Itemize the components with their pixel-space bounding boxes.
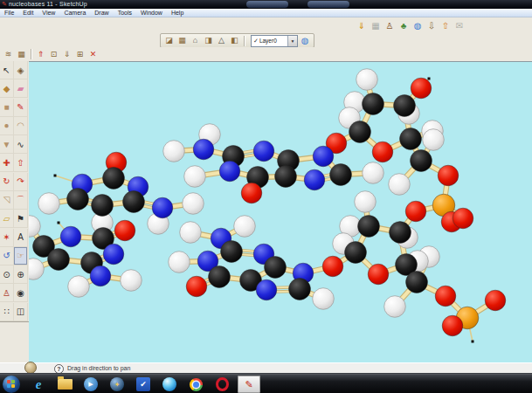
globe-app-icon[interactable]: ✦ — [110, 377, 124, 391]
atom-H[interactable] — [180, 222, 202, 244]
follow-me-tool[interactable]: ↷ — [14, 173, 28, 191]
scale-tool[interactable]: ◹ — [0, 191, 14, 210]
atom-N[interactable] — [313, 146, 334, 167]
atom-C[interactable] — [406, 272, 428, 293]
atom-H[interactable] — [169, 252, 190, 273]
atom-O[interactable] — [411, 78, 432, 99]
atom-O[interactable] — [186, 276, 207, 297]
atom-O[interactable] — [405, 201, 426, 222]
atom-C[interactable] — [67, 189, 89, 210]
view-top-icon[interactable]: ▦ — [176, 34, 189, 47]
position-camera-tool[interactable]: ♙ — [0, 284, 14, 302]
atom-C[interactable] — [48, 249, 70, 271]
get-current-view-icon[interactable]: ⇓ — [355, 19, 369, 32]
atom-O[interactable] — [485, 290, 506, 311]
atom-C[interactable] — [394, 95, 416, 117]
atom-N[interactable] — [60, 226, 81, 247]
explorer-folder-icon[interactable] — [58, 379, 73, 390]
add-detail-icon[interactable]: ⊞ — [73, 48, 86, 61]
atom-N[interactable] — [193, 139, 214, 160]
atom-O[interactable] — [114, 220, 135, 241]
atom-C[interactable] — [275, 166, 297, 188]
share-model-icon[interactable]: ⇧ — [439, 19, 453, 32]
blue-orb-app-icon[interactable] — [162, 377, 176, 391]
atom-H[interactable] — [313, 288, 335, 310]
from-contours-icon[interactable]: ≋ — [2, 48, 15, 61]
atom-C[interactable] — [358, 216, 380, 238]
atom-H[interactable] — [384, 296, 406, 318]
view-left-icon[interactable]: ◧ — [228, 34, 241, 47]
menu-view[interactable]: View — [38, 9, 59, 17]
offset-tool[interactable]: ⌒ — [14, 191, 28, 210]
atom-C[interactable] — [330, 164, 352, 186]
layer-manager-icon[interactable]: ◍ — [298, 34, 312, 47]
drape-icon[interactable]: ⇓ — [60, 48, 73, 61]
menu-edit[interactable]: Edit — [18, 9, 38, 17]
dimension-tool[interactable]: ⚑ — [14, 210, 28, 228]
atom-O[interactable] — [368, 264, 389, 285]
atom-H[interactable] — [29, 216, 40, 238]
atom-C[interactable] — [345, 242, 367, 264]
atom-H[interactable] — [355, 191, 377, 213]
share-component-icon[interactable]: ✉ — [453, 19, 466, 32]
dropdown-arrow-icon[interactable]: ▼ — [287, 36, 297, 46]
checkmark-app-icon[interactable]: ✔ — [136, 377, 150, 391]
toggle-terrain-icon[interactable]: ▦ — [369, 19, 383, 32]
atom-H[interactable] — [121, 270, 142, 292]
drawing-canvas[interactable] — [29, 61, 532, 363]
arc-tool[interactable]: ◠ — [14, 117, 28, 135]
polygon-tool[interactable]: ▼ — [0, 135, 14, 154]
atom-N[interactable] — [253, 141, 274, 162]
pan-tool[interactable]: ☞ — [14, 247, 28, 265]
move-tool[interactable]: ✚ — [0, 154, 14, 172]
view-back-icon[interactable]: △ — [215, 34, 228, 47]
atom-C[interactable] — [123, 191, 145, 213]
zoom-extents-tool[interactable]: ⊕ — [14, 265, 28, 284]
select-tool[interactable]: ↖ — [0, 61, 14, 79]
atom-H[interactable] — [356, 69, 378, 91]
internet-explorer-icon[interactable]: e — [36, 376, 42, 392]
atom-O[interactable] — [241, 183, 262, 203]
preview-in-google-earth-icon[interactable]: ♣ — [397, 19, 411, 32]
get-models-icon[interactable]: ⇩ — [425, 19, 439, 32]
opera-icon[interactable] — [216, 377, 229, 391]
atom-C[interactable] — [221, 241, 243, 263]
chrome-icon[interactable] — [190, 378, 203, 391]
eraser-tool[interactable]: ▰ — [14, 79, 28, 98]
atom-H[interactable] — [29, 259, 44, 280]
menu-camera[interactable]: Camera — [59, 9, 90, 17]
look-around-tool[interactable]: ◉ — [14, 284, 28, 302]
paint-bucket-tool[interactable]: ◆ — [0, 79, 14, 98]
atom-H[interactable] — [38, 193, 60, 215]
menu-draw[interactable]: Draw — [90, 9, 113, 17]
from-scratch-icon[interactable]: ▦ — [15, 48, 28, 61]
text-tool[interactable]: A — [14, 229, 28, 247]
atom-N[interactable] — [103, 244, 124, 265]
atom-C[interactable] — [289, 279, 311, 300]
atom-H[interactable] — [423, 129, 445, 151]
make-component-tool[interactable]: ◈ — [14, 61, 28, 79]
atom-C[interactable] — [209, 266, 231, 288]
atom-N[interactable] — [304, 169, 325, 190]
atom-C[interactable] — [92, 195, 114, 217]
menu-window[interactable]: Window — [136, 9, 167, 17]
atom-O[interactable] — [435, 286, 456, 307]
orbit-tool[interactable]: ↺ — [0, 247, 14, 265]
atom-H[interactable] — [68, 276, 90, 298]
atom-C[interactable] — [103, 168, 125, 190]
atom-H[interactable] — [234, 216, 256, 238]
atom-C[interactable] — [411, 150, 432, 172]
atom-O[interactable] — [372, 141, 393, 162]
atom-H[interactable] — [184, 166, 206, 188]
view-right-icon[interactable]: ◨ — [202, 34, 215, 47]
layers-dropdown[interactable]: ✓ Layer0 ▼ — [251, 35, 298, 47]
atom-N[interactable] — [219, 161, 240, 182]
menu-tools[interactable]: Tools — [114, 9, 136, 17]
atom-O[interactable] — [438, 165, 459, 186]
molecule-model[interactable] — [29, 62, 532, 363]
atom-H[interactable] — [363, 162, 384, 184]
smoove-icon[interactable]: ⇑ — [34, 48, 47, 61]
atom-H[interactable] — [163, 141, 185, 162]
photo-textures-icon[interactable]: ♙ — [383, 19, 397, 32]
stamp-icon[interactable]: ⊡ — [47, 48, 60, 61]
